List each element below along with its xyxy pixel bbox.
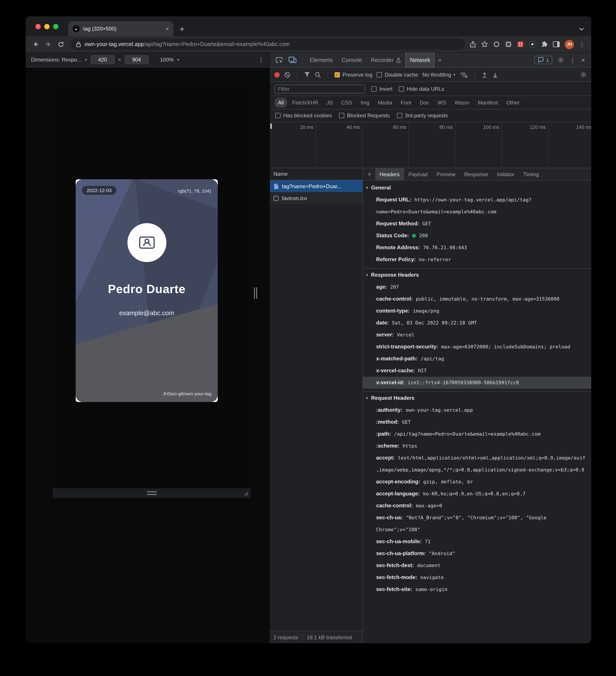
tab-search-chevron-icon[interactable] [579,27,584,31]
filter-funnel-icon[interactable] [304,72,310,77]
forward-icon[interactable] [43,39,54,50]
extensions-puzzle-icon[interactable] [541,41,548,48]
invert-checkbox[interactable] [371,86,377,92]
filter-chip-wasm[interactable]: Wasm [451,98,473,107]
extension-icon-2[interactable] [505,41,512,48]
request-list-column-header[interactable]: Name [270,168,362,180]
filter-chip-media[interactable]: Media [374,98,396,107]
close-window-button[interactable] [36,24,41,29]
filter-chip-font[interactable]: Font [397,98,415,107]
device-toolbar-kebab-icon[interactable]: ⋮ [258,57,264,63]
requests-count: 2 requests [273,634,298,640]
browser-menu-kebab-icon[interactable]: ⋮ [579,41,585,47]
devtools-tab-recorder[interactable]: Recorder [366,52,406,67]
header-row-request-url: Request URL:https://own-your-tag.vercel.… [363,194,591,218]
zoom-select[interactable]: 100% [160,57,174,63]
preserve-log-toggle[interactable]: ✓ Preserve log [334,71,372,78]
screen-size-handle[interactable] [147,491,157,495]
3rd-party-requests-toggle[interactable]: 3rd-party requests [397,112,448,119]
minimize-window-button[interactable] [44,24,50,29]
disable-cache-toggle[interactable]: Disable cache [377,71,418,78]
header-name: content-type: [376,308,410,314]
network-conditions-icon[interactable] [460,71,468,78]
filter-chip-all[interactable]: All [274,98,288,107]
device-width-input[interactable] [90,55,114,64]
blocked-requests-toggle[interactable]: Blocked Requests [339,112,390,119]
issues-count: 1 [546,57,549,63]
filter-chip-img[interactable]: Img [357,98,373,107]
3rd-party-requests-checkbox[interactable] [397,113,402,118]
detail-tab-preview[interactable]: Preview [432,168,460,180]
export-har-icon[interactable] [492,71,498,78]
search-icon[interactable] [315,71,321,78]
filter-chip-ws[interactable]: WS [434,98,450,107]
maximize-window-button[interactable] [53,24,58,29]
import-har-icon[interactable] [482,71,488,78]
extension-icon-1[interactable] [493,41,500,48]
detail-close-icon[interactable]: × [364,171,375,177]
filter-chip-other[interactable]: Other [503,98,523,107]
filter-chip-js[interactable]: JS [323,98,336,107]
filter-chip-manifest[interactable]: Manifest [474,98,501,107]
filter-input[interactable] [274,84,365,93]
dimensions-select[interactable]: Dimensions: Respo... [31,57,81,63]
network-overview-timeline[interactable]: 20 ms40 ms60 ms80 ms100 ms120 ms140 ms [270,122,591,168]
side-panel-icon[interactable] [553,41,560,47]
detail-tab-response[interactable]: Response [460,168,493,180]
clear-log-icon[interactable] [284,71,290,78]
hide-data-urls-toggle[interactable]: Hide data URLs [399,86,444,92]
devtools-close-icon[interactable]: × [581,57,585,63]
inspect-element-icon[interactable] [273,56,286,63]
hide-data-urls-checkbox[interactable] [399,86,404,92]
detail-tab-initiator[interactable]: Initiator [493,168,519,180]
devtools-drag-handle[interactable] [254,287,257,299]
more-tabs-chevrons[interactable]: » [436,57,444,63]
disable-cache-checkbox[interactable] [377,72,382,77]
section-header-request-headers[interactable]: ▾Request Headers [363,392,591,404]
section-header-response-headers[interactable]: ▾Response Headers [363,269,591,281]
devtools-kebab-icon[interactable]: ⋮ [569,57,576,63]
share-icon[interactable] [470,41,476,48]
filter-chip-css[interactable]: CSS [337,98,356,107]
has-blocked-cookies-toggle[interactable]: Has blocked cookies [275,112,332,119]
reload-icon[interactable] [55,39,66,50]
detail-tab-payload[interactable]: Payload [404,168,432,180]
invert-toggle[interactable]: Invert [371,86,392,92]
issues-button[interactable]: 1 [534,56,552,64]
detail-tab-headers[interactable]: Headers [375,168,404,180]
bookmark-star-icon[interactable] [481,41,488,48]
back-icon[interactable] [30,39,42,50]
timeline-tick-label: 20 ms [300,124,315,130]
new-tab-button[interactable]: + [180,25,184,33]
timeline-gridline [501,122,502,168]
browser-tab[interactable]: ▲ tag (320×500) × [68,21,174,36]
devtools-tab-console[interactable]: Console [337,52,366,67]
has-blocked-cookies-checkbox[interactable] [275,113,281,118]
request-row[interactable]: favicon.ico [270,192,362,204]
record-button[interactable] [274,72,280,77]
url-field[interactable]: own-your-tag.vercel.app/api/tag?name=Ped… [71,39,465,50]
section-title: Request Headers [371,395,415,401]
extension-icon-4[interactable] [529,41,536,48]
tab-close-icon[interactable]: × [166,26,169,32]
resize-corner-icon[interactable] [243,491,248,496]
header-name: Referrer Policy: [376,256,416,263]
timeline-edge-handle[interactable] [270,123,272,129]
lock-icon[interactable] [76,41,81,47]
filter-chip-fetch-xhr[interactable]: Fetch/XHR [289,98,322,107]
filter-chip-doc[interactable]: Doc [416,98,433,107]
devtools-tab-network[interactable]: Network [406,52,435,67]
network-settings-gear-icon[interactable] [580,71,587,78]
device-height-input[interactable] [125,55,148,64]
request-row[interactable]: tag?name=Pedro+Duar... [270,180,362,192]
devtools-tab-elements[interactable]: Elements [305,52,337,67]
throttling-select[interactable]: No throttling ▾ [423,71,455,78]
detail-tab-timing[interactable]: Timing [519,168,543,180]
extension-icon-3[interactable] [517,41,524,48]
section-header-general[interactable]: ▾General [363,181,591,194]
devtools-settings-gear-icon[interactable] [558,57,564,63]
blocked-requests-checkbox[interactable] [339,113,344,118]
profile-avatar[interactable]: JH [565,40,574,49]
preserve-log-checkbox[interactable]: ✓ [334,72,340,77]
device-toolbar-toggle-icon[interactable] [286,57,299,63]
